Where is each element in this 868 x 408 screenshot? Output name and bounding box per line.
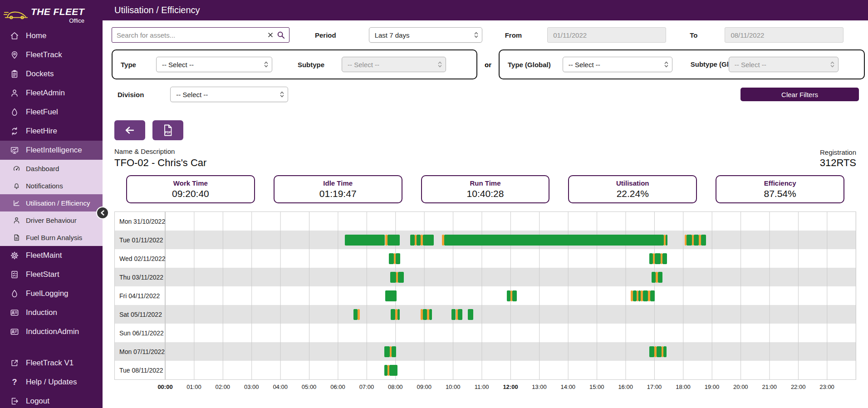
- gantt-day-label: Sat 05/11/2022: [115, 305, 165, 324]
- collapse-sidebar-button[interactable]: [96, 206, 109, 219]
- gantt-track: [165, 231, 856, 249]
- gantt-bar-green[interactable]: [429, 309, 432, 320]
- back-button[interactable]: [114, 120, 145, 140]
- gantt-bar-green[interactable]: [666, 235, 667, 246]
- chevron-updown-icon: [280, 91, 284, 98]
- gantt-bar-green[interactable]: [396, 253, 400, 264]
- gantt-bar-green[interactable]: [652, 272, 656, 283]
- sidebar-subitem-fuel-burn-analysis[interactable]: Fuel Burn Analysis: [0, 229, 103, 246]
- gantt-bar-green[interactable]: [451, 309, 456, 320]
- gantt-bar-green[interactable]: [353, 309, 357, 320]
- page-title: Utilisation / Efficiency: [114, 5, 200, 15]
- gantt-bar-green[interactable]: [458, 309, 462, 320]
- gantt-day-label: Fri 04/11/2022: [115, 286, 165, 305]
- report-icon: [12, 234, 21, 241]
- sidebar-item-home[interactable]: Home: [0, 26, 103, 45]
- sidebar-item-fleetstart[interactable]: FleetStart: [0, 265, 103, 284]
- gantt-day-label: Tue 01/11/2022: [115, 231, 165, 249]
- gantt-bar-green[interactable]: [398, 272, 404, 283]
- gantt-bar-green[interactable]: [444, 235, 664, 246]
- gantt-bar-green[interactable]: [658, 272, 662, 283]
- gantt-bar-green[interactable]: [345, 235, 385, 246]
- export-pdf-button[interactable]: PDF: [152, 120, 183, 140]
- gantt-bar-green[interactable]: [423, 309, 427, 320]
- gantt-bar-green[interactable]: [391, 309, 395, 320]
- monitor-icon: [9, 146, 20, 155]
- sidebar-item-fleethire[interactable]: FleetHire: [0, 122, 103, 141]
- gantt-bar-green[interactable]: [507, 290, 510, 301]
- sidebar-item-logout[interactable]: Logout: [0, 392, 103, 408]
- type-global-select-value: -- Select --: [569, 61, 600, 69]
- sidebar-item-label: FleetIntelligence: [26, 146, 82, 155]
- sidebar-item-label: Help / Updates: [26, 378, 77, 387]
- gantt-bar-green[interactable]: [423, 235, 434, 246]
- gantt-bar-green[interactable]: [417, 235, 421, 246]
- stat-card-idle-time: Idle Time 01:19:47: [274, 175, 402, 203]
- search-icon[interactable]: [277, 31, 285, 39]
- stat-card-work-time: Work Time 09:20:40: [126, 175, 255, 203]
- gantt-bar-green[interactable]: [650, 290, 655, 301]
- clear-filters-button[interactable]: Clear Filters: [740, 88, 859, 101]
- gantt-bar-green[interactable]: [657, 346, 662, 357]
- chevron-updown-icon: [264, 61, 268, 68]
- sidebar-subitem-driver-behaviour[interactable]: Driver Behaviour: [0, 211, 103, 229]
- gantt-bar-green[interactable]: [392, 346, 396, 357]
- stat-label: Utilisation: [616, 179, 649, 187]
- sidebar-item-fleettrack-v1[interactable]: FleetTrack V1: [0, 354, 103, 373]
- gantt-bar-green[interactable]: [663, 346, 667, 357]
- clear-search-icon[interactable]: [268, 32, 273, 38]
- type-global-select[interactable]: -- Select --: [563, 57, 672, 72]
- gantt-bar-green[interactable]: [387, 235, 400, 246]
- sidebar-subitem-notifications[interactable]: Notifications: [0, 177, 103, 194]
- gantt-bar-green[interactable]: [694, 235, 699, 246]
- sidebar-item-label: Dockets: [26, 69, 54, 79]
- gantt-bar-green[interactable]: [389, 253, 393, 264]
- gantt-bar-green[interactable]: [701, 235, 706, 246]
- period-select[interactable]: Last 7 days: [369, 27, 482, 43]
- sidebar-subitem-utilisation-efficiency[interactable]: Utilisation / Efficiency: [0, 194, 103, 211]
- gantt-bar-green[interactable]: [655, 253, 661, 264]
- gantt-bar-green[interactable]: [410, 235, 415, 246]
- axis-tick-label: 11:00: [475, 383, 489, 390]
- gantt-bar-green[interactable]: [385, 290, 397, 301]
- gantt-bar-green[interactable]: [643, 290, 648, 301]
- axis-tick-label: 19:00: [705, 383, 720, 390]
- sidebar-item-fleetadmin[interactable]: FleetAdmin: [0, 84, 103, 103]
- logo[interactable]: THE FLEET Office: [0, 0, 103, 26]
- gantt-bar-green[interactable]: [662, 253, 667, 264]
- subtype-global-label: Subtype (Global): [691, 60, 721, 69]
- sidebar-item-help-updates[interactable]: ? Help / Updates: [0, 373, 103, 392]
- gantt-bar-green[interactable]: [384, 346, 389, 357]
- id-card-icon: [9, 327, 20, 336]
- gantt-bar-green[interactable]: [397, 309, 400, 320]
- gantt-bar-green[interactable]: [512, 290, 517, 301]
- gantt-bar-green[interactable]: [649, 346, 654, 357]
- sidebar-subitem-dashboard[interactable]: Dashboard: [0, 160, 103, 177]
- sidebar-item-label: FleetFuel: [26, 108, 58, 117]
- sidebar-item-fleetfuel[interactable]: FleetFuel: [0, 103, 103, 122]
- type-select[interactable]: -- Select --: [156, 57, 272, 72]
- search-input[interactable]: [112, 27, 289, 43]
- sidebar-item-inductionadmin[interactable]: InductionAdmin: [0, 322, 103, 341]
- gantt-bar-green[interactable]: [649, 253, 653, 264]
- sidebar-item-fleetintelligence[interactable]: FleetIntelligence: [0, 141, 103, 160]
- gantt-track: [165, 268, 856, 286]
- sidebar-item-fleetmaint[interactable]: FleetMaint: [0, 246, 103, 265]
- division-select[interactable]: -- Select --: [170, 87, 288, 102]
- sidebar-item-induction[interactable]: Induction: [0, 303, 103, 322]
- sidebar-item-label: Induction: [26, 308, 57, 317]
- gantt-bar-green[interactable]: [468, 309, 473, 320]
- gantt-bar-green[interactable]: [389, 365, 397, 376]
- gauge-icon: [12, 165, 21, 172]
- chevron-updown-icon: [664, 61, 668, 68]
- sidebar-item-label: FleetTrack V1: [26, 359, 74, 368]
- sidebar-item-dockets[interactable]: Dockets: [0, 64, 103, 84]
- sidebar-item-fleettrack[interactable]: FleetTrack: [0, 45, 103, 64]
- stat-value: 09:20:40: [172, 188, 209, 199]
- gantt-bar-orange[interactable]: [358, 309, 360, 320]
- sidebar-item-fuellogging[interactable]: FuelLogging: [0, 284, 103, 303]
- gantt-bar-green[interactable]: [687, 235, 691, 246]
- gantt-bar-green[interactable]: [633, 290, 637, 301]
- stat-value: 01:19:47: [319, 188, 357, 199]
- gantt-bar-green[interactable]: [390, 272, 396, 283]
